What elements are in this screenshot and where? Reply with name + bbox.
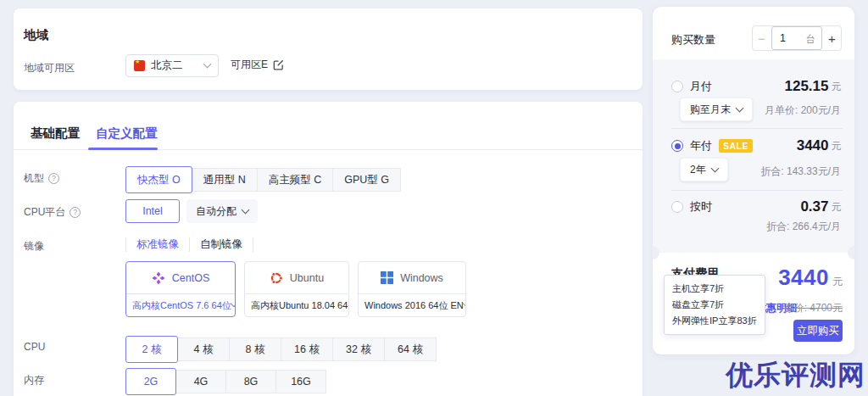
purchase-panel: 购买数量 − 台 + 月付 125.15 元 购至月末 月单价:	[653, 7, 854, 354]
plan-monthly-name: 月付	[690, 79, 712, 94]
plan-monthly-currency: 元	[832, 81, 842, 93]
machine-type-option-kuaijie[interactable]: 快杰型 O	[125, 166, 192, 193]
memory-option-2g[interactable]: 2G	[125, 368, 176, 395]
yearly-duration-dropdown[interactable]: 2年	[680, 158, 728, 181]
os-card-centos[interactable]: CentOS 高内核CentOS 7.6 64位	[125, 261, 236, 317]
os-card-ubuntu[interactable]: Ubuntu 高内核Ubuntu 18.04 64位	[244, 261, 349, 317]
machine-type-option-general[interactable]: 通用型 N	[192, 168, 258, 192]
payment-total-amount: 3440	[778, 265, 829, 291]
config-card: 基础配置 自定义配置 机型 快杰型 O 通用型 N 高主频型 C GPU型 G …	[14, 102, 643, 396]
cpu-label: CPU	[24, 341, 45, 353]
quantity-minus-button[interactable]: −	[753, 31, 771, 46]
payment-total: 3440 元	[778, 265, 843, 291]
tab-custom-config[interactable]: 自定义配置	[96, 125, 158, 142]
china-flag-icon	[134, 60, 145, 71]
plan-yearly-currency: 元	[832, 140, 842, 153]
cpu-auto-assign-value: 自动分配	[196, 204, 236, 219]
plan-hourly-currency: 元	[832, 201, 842, 214]
cpu-cores-group: 2 核 4 核 8 核 16 核 32 核 64 核	[125, 336, 437, 363]
monthly-note: 月单价: 200元/月	[765, 103, 841, 118]
os-card-ubuntu-header: Ubuntu	[245, 262, 348, 294]
image-label-text: 镜像	[24, 239, 44, 254]
radio-yearly[interactable]	[671, 140, 683, 152]
cpu-option-8[interactable]: 8 核	[229, 337, 281, 361]
watermark: 优乐评测网	[726, 357, 865, 394]
chevron-down-icon	[710, 164, 719, 172]
memory-option-16g[interactable]: 16G	[275, 370, 326, 393]
quantity-plus-button[interactable]: +	[823, 31, 841, 46]
memory-label-text: 内存	[24, 373, 44, 388]
billing-options-section: 月付 125.15 元 购至月末 月单价: 200元/月 年付 SALE 344…	[653, 59, 854, 253]
quantity-unit: 台	[806, 33, 816, 46]
discount-tooltip-line: 外网弹性IP立享83折	[672, 313, 757, 329]
image-tab-custom[interactable]: 自制镜像	[189, 237, 253, 252]
machine-type-option-gpu[interactable]: GPU型 G	[332, 168, 401, 192]
cpu-auto-assign-dropdown[interactable]: 自动分配	[186, 199, 258, 223]
yearly-note: 折合: 143.33元/月	[760, 165, 841, 179]
plan-yearly-price: 3440	[797, 137, 829, 154]
chevron-down-icon	[736, 103, 744, 112]
os-version-dropdown[interactable]: 高内核CentOS 7.6 64位	[126, 294, 235, 316]
os-card-windows[interactable]: Windows Windows 2016 64位 EN	[358, 261, 466, 317]
zone-label: 可用区E	[231, 58, 268, 72]
os-version-value: Windows 2016 64位 EN	[364, 299, 464, 312]
quantity-input-box: 台	[771, 26, 822, 50]
os-version-value: 高内核CentOS 7.6 64位	[132, 299, 231, 312]
original-price: 原价: 4700元	[784, 301, 843, 315]
cpu-option-32[interactable]: 32 核	[332, 337, 385, 361]
plan-monthly-row: 月付 125.15 元	[671, 78, 841, 95]
machine-type-group: 快杰型 O 通用型 N 高主频型 C GPU型 G	[125, 166, 401, 193]
radio-monthly[interactable]	[671, 81, 683, 92]
os-version-dropdown[interactable]: 高内核Ubuntu 18.04 64位	[245, 294, 348, 316]
help-icon[interactable]	[48, 173, 59, 184]
divider	[671, 128, 843, 129]
machine-type-option-highfreq[interactable]: 高主频型 C	[257, 168, 334, 192]
image-tabs: 标准镜像 自制镜像	[125, 235, 253, 254]
payment-total-currency: 元	[832, 275, 843, 289]
memory-option-8g[interactable]: 8G	[225, 370, 276, 393]
edit-zone-icon[interactable]	[273, 59, 284, 70]
region-card: 地域 地域可用区 北京二 可用区E	[14, 8, 643, 90]
monthly-note-label: 月单价:	[765, 104, 798, 116]
cpu-option-16[interactable]: 16 核	[281, 337, 333, 361]
region-select-value: 北京二	[151, 59, 183, 73]
os-card-windows-header: Windows	[359, 262, 465, 294]
divider	[671, 190, 843, 191]
cpu-option-2[interactable]: 2 核	[125, 336, 178, 363]
cpu-platform-label-text: CPU平台	[24, 205, 65, 220]
page: 地域 地域可用区 北京二 可用区E 基础配置 自定义配置 机型 快杰型 O 通用…	[0, 0, 868, 396]
yearly-duration-value: 2年	[690, 163, 706, 177]
plan-hourly-name: 按时	[690, 199, 712, 215]
cpu-platform-intel-button[interactable]: Intel	[125, 199, 180, 223]
hourly-note: 折合: 266.4元/月	[766, 220, 841, 234]
tab-basic-config[interactable]: 基础配置	[31, 125, 80, 142]
os-card-centos-header: CentOS	[126, 262, 235, 294]
cpu-option-4[interactable]: 4 核	[177, 337, 230, 361]
os-name: Windows	[400, 272, 443, 284]
chevron-down-icon	[242, 205, 250, 214]
windows-logo-icon	[381, 271, 393, 284]
ubuntu-logo-icon	[270, 271, 283, 285]
machine-type-label-text: 机型	[24, 171, 44, 186]
yearly-note-label: 折合:	[760, 165, 783, 177]
chevron-down-icon	[203, 60, 212, 69]
discount-tooltip-line: 主机立享7折	[672, 281, 757, 297]
image-tab-standard[interactable]: 标准镜像	[125, 237, 189, 252]
plan-hourly-price: 0.37	[800, 198, 828, 215]
discount-tooltip-line: 磁盘立享7折	[672, 297, 757, 313]
buy-now-button[interactable]: 立即购买	[793, 320, 843, 342]
radio-hourly[interactable]	[671, 201, 683, 213]
plan-hourly-row: 按时 0.37 元	[671, 198, 841, 215]
os-name: CentOS	[172, 272, 209, 284]
machine-type-label: 机型	[24, 171, 59, 186]
discount-tooltip: 主机立享7折 磁盘立享7折 外网弹性IP立享83折	[664, 275, 765, 335]
os-version-dropdown[interactable]: Windows 2016 64位 EN	[359, 294, 465, 316]
monthly-duration-dropdown[interactable]: 购至月末	[680, 98, 753, 121]
memory-option-4g[interactable]: 4G	[175, 370, 226, 393]
help-icon[interactable]	[70, 207, 81, 218]
zone-link-wrap: 可用区E	[231, 58, 284, 72]
region-select[interactable]: 北京二	[125, 54, 219, 77]
monthly-note-value: 200元/月	[801, 104, 841, 116]
image-label: 镜像	[24, 239, 44, 254]
cpu-option-64[interactable]: 64 核	[384, 337, 437, 361]
